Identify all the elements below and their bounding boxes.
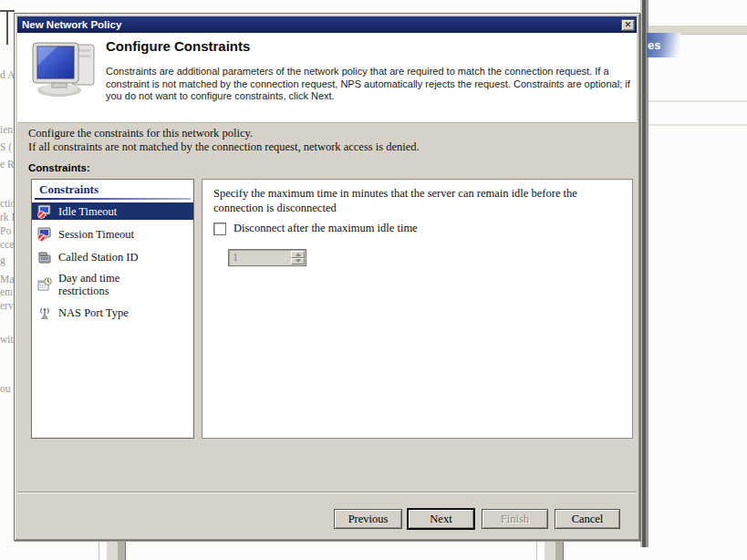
background-text-fragment: ou (0, 383, 11, 394)
close-icon: ✕ (625, 21, 632, 29)
background-partial-button-label: es (648, 38, 660, 52)
idle-time-value: 1 (233, 251, 238, 264)
antenna-icon (37, 306, 52, 320)
page-description: Constraints are additional parameters of… (106, 66, 635, 103)
instruction-line: If all constraints are not matched by th… (28, 140, 420, 154)
computer-alert-icon (37, 204, 52, 219)
background-text-fragment: d A (0, 69, 15, 80)
background-window-edge (6, 10, 8, 45)
list-item-label: Day and time restrictions (58, 272, 159, 297)
background-text-fragment: e R (0, 159, 15, 170)
separator (17, 492, 637, 493)
calendar-clock-icon (37, 277, 52, 292)
spinner-up-button (291, 251, 305, 258)
list-item-label: Called Station ID (58, 251, 159, 264)
list-header: Constraints (32, 180, 193, 197)
computer-icon (30, 42, 98, 99)
constraints-label: Constraints: (28, 162, 90, 173)
wizard-header: Configure Constraints Constraints are ad… (17, 33, 637, 123)
constraints-list: Constraints Idle Timeout (31, 179, 194, 439)
idle-time-spinner: 1 (228, 249, 306, 266)
finish-button: Finish (482, 509, 548, 529)
list-header-underline (35, 198, 191, 200)
page-title: Configure Constraints (106, 38, 250, 54)
disconnect-checkbox-row: Disconnect after the maximum idle time (213, 222, 418, 235)
background-text-fragment: g (0, 254, 5, 265)
background-text-fragment: Ma (0, 274, 14, 285)
instructions: Configure the constraints for this netwo… (28, 127, 420, 154)
background-text-fragment: cce (0, 239, 14, 250)
chevron-down-icon (296, 259, 301, 263)
list-item-called-station-id[interactable]: Called Station ID (32, 248, 193, 265)
list-item-nas-port-type[interactable]: NAS Port Type (32, 304, 193, 321)
background-window-fragment (536, 542, 564, 560)
background-text-fragment: ien (0, 124, 13, 135)
list-item-session-timeout[interactable]: Session Timeout (32, 225, 193, 243)
background-partial-button: es (647, 33, 680, 57)
close-button[interactable]: ✕ (621, 19, 635, 31)
background-text-fragment: S ( (0, 141, 12, 152)
background-window-border (640, 0, 648, 547)
phone-icon (37, 250, 52, 264)
next-button[interactable]: Next (408, 509, 474, 529)
disconnect-checkbox[interactable] (213, 223, 226, 235)
background-window-fragment (99, 542, 126, 560)
background-text-fragment: Po (0, 225, 11, 236)
list-item-label: NAS Port Type (58, 306, 159, 319)
background-row-divider (648, 124, 747, 126)
spinner-down-button (291, 258, 305, 265)
new-network-policy-dialog: New Network Policy ✕ (14, 13, 640, 541)
instruction-line: Configure the constraints for this netwo… (28, 127, 420, 140)
dialog-title: New Network Policy (17, 19, 621, 30)
detail-description: Specify the maximum time in minutes that… (213, 186, 615, 215)
background-row-divider (648, 100, 747, 102)
list-item-day-and-time-restrictions[interactable]: Day and time restrictions (32, 271, 193, 298)
disconnect-checkbox-label: Disconnect after the maximum idle time (233, 222, 418, 235)
list-item-label: Session Timeout (58, 228, 159, 241)
background-text-fragment: rk I (0, 212, 15, 223)
background-text-fragment: em (0, 286, 13, 297)
background-text-fragment: erv (0, 300, 14, 311)
spinner-buttons (291, 251, 305, 264)
previous-button[interactable]: Previous (334, 509, 402, 529)
list-item-idle-timeout[interactable]: Idle Timeout (32, 202, 193, 220)
dialog-titlebar[interactable]: New Network Policy ✕ (17, 16, 637, 33)
idle-timeout-settings-panel: Specify the maximum time in minutes that… (202, 179, 633, 439)
computer-alert-icon (37, 227, 52, 242)
list-item-label: Idle Timeout (58, 205, 159, 218)
cancel-button[interactable]: Cancel (555, 509, 620, 529)
chevron-up-icon (296, 253, 301, 256)
